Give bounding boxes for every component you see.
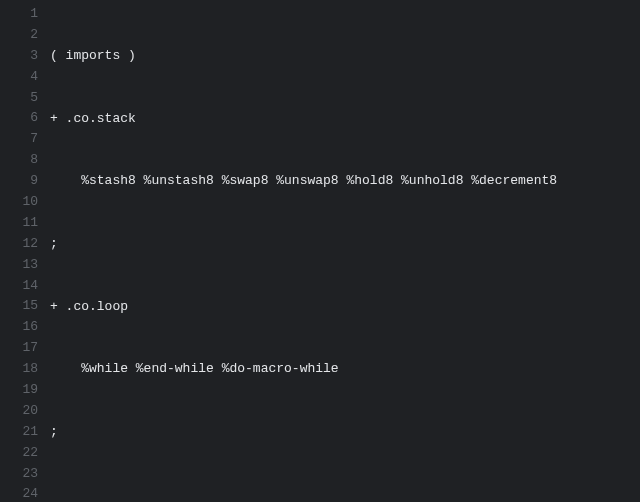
line-number: 1	[0, 4, 38, 25]
line-number: 3	[0, 46, 38, 67]
line-number: 8	[0, 150, 38, 171]
line-number: 12	[0, 234, 38, 255]
line-number: 22	[0, 443, 38, 464]
line-number: 15	[0, 296, 38, 317]
code-line[interactable]: ( imports )	[50, 46, 640, 67]
code-line[interactable]: %stash8 %unstash8 %swap8 %unswap8 %hold8…	[50, 171, 640, 192]
line-number: 16	[0, 317, 38, 338]
line-number-gutter: 1 2 3 4 5 6 7 8 9 10 11 12 13 14 15 16 1…	[0, 4, 50, 502]
line-number: 9	[0, 171, 38, 192]
line-number: 21	[0, 422, 38, 443]
line-number: 19	[0, 380, 38, 401]
line-number: 18	[0, 359, 38, 380]
line-number: 2	[0, 25, 38, 46]
line-number: 6	[0, 108, 38, 129]
code-line[interactable]: + .co.stack	[50, 109, 640, 130]
line-number: 7	[0, 129, 38, 150]
line-number: 11	[0, 213, 38, 234]
line-number: 10	[0, 192, 38, 213]
line-number: 4	[0, 67, 38, 88]
line-number: 24	[0, 484, 38, 502]
code-editor[interactable]: 1 2 3 4 5 6 7 8 9 10 11 12 13 14 15 16 1…	[0, 0, 640, 502]
code-line[interactable]: + .co.loop	[50, 297, 640, 318]
line-number: 17	[0, 338, 38, 359]
line-number: 20	[0, 401, 38, 422]
line-number: 14	[0, 276, 38, 297]
code-content[interactable]: ( imports ) + .co.stack %stash8 %unstash…	[50, 4, 640, 502]
code-line[interactable]: ;	[50, 234, 640, 255]
code-line[interactable]	[50, 485, 640, 502]
code-line[interactable]: ;	[50, 422, 640, 443]
line-number: 13	[0, 255, 38, 276]
code-line[interactable]: %while %end-while %do-macro-while	[50, 359, 640, 380]
line-number: 5	[0, 88, 38, 109]
line-number: 23	[0, 464, 38, 485]
